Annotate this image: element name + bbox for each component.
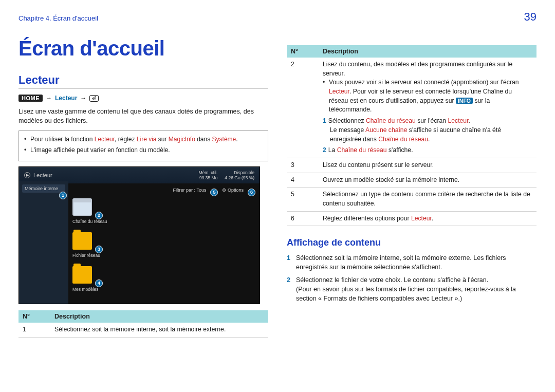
marker-4: 4 — [95, 279, 103, 287]
filter-label: Filtrer par : Tous — [173, 188, 207, 195]
steps-list: 1 Sélectionnez soit la mémoire interne, … — [287, 253, 536, 303]
folder-icon — [72, 232, 92, 250]
table-row: 1 Sélectionnez soit la mémoire interne, … — [18, 323, 268, 337]
table-row: 3 Lisez du contenu présent sur le serveu… — [287, 158, 536, 173]
breadcrumb-item: Lecteur — [55, 95, 77, 102]
left-desc-table: N° Description 1 Sélectionnez soit la mé… — [18, 310, 268, 338]
marker-6: 6 — [248, 189, 255, 196]
item-label: Mes modèles — [72, 287, 99, 292]
table-row: 5 Sélectionnez un type de contenu comme … — [287, 188, 536, 211]
table-row: 2 Lisez du contenu, des modèles et des p… — [287, 58, 536, 158]
note-line: L'image affichée peut varier en fonction… — [24, 146, 263, 155]
play-icon: ▶ — [24, 172, 30, 178]
th-no: N° — [287, 45, 319, 58]
table-row: 6 Réglez différentes options pour Lecteu… — [287, 211, 536, 226]
marker-3: 3 — [95, 246, 103, 253]
arrow-icon: → — [46, 95, 52, 102]
note-box: Pour utiliser la fonction Lecteur, régle… — [18, 130, 268, 161]
step-item: 1 Sélectionnez soit la mémoire interne, … — [287, 253, 536, 272]
th-no: N° — [18, 310, 50, 323]
options-label: ⚙ Options — [222, 188, 244, 195]
page-number: 39 — [524, 10, 536, 24]
table-row: 4 Ouvrez un modèle stocké sur la mémoire… — [287, 173, 536, 188]
intro-paragraph: Lisez une vaste gamme de contenu tel que… — [18, 107, 268, 125]
enter-icon: ⏎ — [89, 95, 99, 102]
mem-avail-value: 4.26 Go (95 %) — [225, 175, 254, 180]
mem-used-label: Mém. util. — [199, 170, 218, 175]
mem-avail-label: Disponible — [225, 170, 254, 175]
marker-5: 5 — [210, 189, 218, 196]
breadcrumb: HOME → Lecteur → ⏎ — [18, 95, 268, 102]
arrow-icon: → — [80, 95, 86, 102]
right-desc-table: N° Description 2 Lisez du contenu, des m… — [287, 45, 536, 226]
chapter-label: Chapitre 4. Écran d'accueil — [18, 14, 98, 22]
th-desc: Description — [319, 45, 536, 58]
page-title: Écran d'accueil — [18, 37, 268, 60]
subsection-title: Affichage de contenu — [287, 237, 536, 248]
mem-used-value: 99.35 Mo — [199, 175, 218, 180]
calendar-icon — [72, 198, 92, 216]
item-label: Fichier réseau — [72, 253, 100, 258]
marker-1: 1 — [59, 192, 67, 199]
section-title: Lecteur — [18, 73, 268, 88]
th-desc: Description — [50, 310, 268, 323]
step-item: 2 Sélectionnez le fichier de votre choix… — [287, 275, 536, 303]
folder-icon — [72, 266, 92, 284]
marker-2: 2 — [95, 212, 103, 219]
item-label: Chaîne du réseau — [72, 219, 107, 224]
note-line: Pour utiliser la fonction Lecteur, régle… — [24, 135, 263, 144]
player-screenshot: ▶ Lecteur Mém. util. 99.35 Mo Disponible… — [18, 166, 260, 304]
home-badge: HOME — [18, 95, 43, 102]
sidebar-item-memory: Mémoire interne — [22, 184, 65, 193]
screenshot-title: Lecteur — [33, 172, 52, 178]
info-badge: INFO — [456, 98, 473, 104]
